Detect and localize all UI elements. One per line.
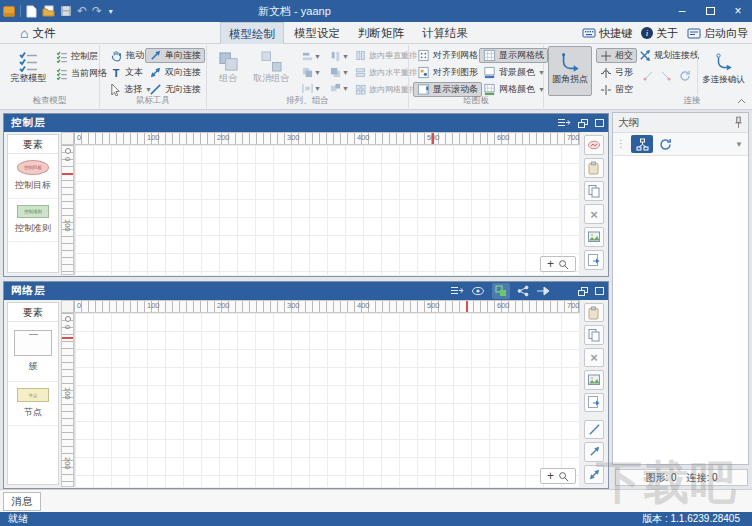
network-layer-canvas[interactable]: [74, 313, 580, 487]
open-document-icon[interactable]: [42, 5, 55, 17]
pin-icon[interactable]: [734, 116, 743, 129]
save-icon[interactable]: [60, 5, 72, 17]
control-layer-canvas[interactable]: [74, 145, 580, 275]
background-color-button[interactable]: 背景颜色 ▼: [479, 65, 549, 80]
drag-tool-button[interactable]: 拖动: [106, 48, 148, 63]
connection-endpoint-button-1[interactable]: [640, 68, 656, 84]
visibility-eye-icon[interactable]: [471, 286, 485, 296]
panel-maximize-icon[interactable]: [595, 287, 604, 295]
divider: [20, 5, 21, 17]
qat-customize-icon[interactable]: ▼: [107, 8, 114, 15]
cluster-squares-icon: [495, 285, 507, 297]
draw-arrow-button[interactable]: [584, 442, 604, 461]
check-control-layer-button[interactable]: 控制层: [52, 49, 102, 64]
align-bars-icon: [302, 51, 313, 62]
export-image-button[interactable]: [584, 393, 604, 412]
group-label: 检查模型: [0, 95, 99, 107]
canvas-toolbar: ×: [581, 300, 607, 487]
draw-line-button[interactable]: [584, 420, 604, 439]
one-way-connect-button[interactable]: 单向连接: [145, 48, 205, 63]
magnifier-icon[interactable]: [558, 471, 569, 482]
fit-image-button[interactable]: [584, 227, 604, 247]
multi-connection-confirm-button[interactable]: 多连接确认: [700, 46, 747, 96]
align-dropdown-1[interactable]: ▼: [299, 49, 324, 63]
align-dropdown-2[interactable]: ▼: [327, 49, 352, 63]
delete-button[interactable]: ×: [584, 204, 604, 224]
palette-item-control-criteria[interactable]: 控制准则 控制准则: [8, 199, 58, 242]
copy-button[interactable]: [584, 181, 604, 201]
startup-wizard-button[interactable]: 启动向导: [687, 26, 748, 41]
cluster-view-button[interactable]: [492, 283, 510, 299]
bow-button[interactable]: 弓形: [596, 65, 637, 80]
outline-tree-area[interactable]: [613, 157, 748, 464]
align-to-shape-button[interactable]: 对齐到图形: [413, 65, 482, 80]
outline-sidebar: 大纲 ⋮ ▼: [612, 112, 749, 465]
chevron-down-icon[interactable]: ▼: [735, 140, 745, 149]
palette-item-control-target[interactable]: 控制目标 控制目标: [8, 154, 58, 199]
panel-restore-icon[interactable]: [578, 287, 588, 296]
ungroup-button[interactable]: 取消组合: [248, 46, 294, 96]
magnifier-icon[interactable]: [558, 259, 569, 270]
about-button[interactable]: i 关于: [641, 26, 678, 41]
group-button[interactable]: 组合: [210, 46, 246, 96]
palette-item-node[interactable]: 节点 节点: [8, 382, 58, 426]
layer-list-icon[interactable]: [557, 117, 571, 129]
order-dropdown-2[interactable]: ▼: [327, 65, 352, 79]
go-arrow-icon[interactable]: [536, 286, 550, 296]
file-menu-button[interactable]: ⌂ 文件: [14, 22, 61, 44]
panel-maximize-icon[interactable]: [595, 119, 604, 127]
order-dropdown-1[interactable]: ▼: [299, 65, 324, 79]
element-palette: 要素 控制目标 控制目标 控制准则 控制准则: [7, 134, 59, 273]
tab-model-settings[interactable]: 模型设定: [286, 22, 348, 44]
zoom-in-button[interactable]: +: [547, 258, 554, 270]
one-way-arrow-icon: [149, 49, 162, 62]
tab-calculation-results[interactable]: 计算结果: [414, 22, 476, 44]
drag-grip-icon[interactable]: ⋮: [616, 139, 625, 149]
add-element-button[interactable]: [584, 135, 604, 155]
ruler-corner: [61, 300, 74, 313]
intersect-button[interactable]: 相交: [596, 48, 637, 63]
reroute-refresh-button[interactable]: [677, 68, 693, 84]
draw-double-arrow-button[interactable]: [584, 465, 604, 484]
checklist-icon: [18, 51, 39, 72]
two-way-connect-button[interactable]: 双向连接: [145, 65, 205, 80]
tab-judgment-matrix[interactable]: 判断矩阵: [350, 22, 412, 44]
layer-list-icon[interactable]: [450, 285, 464, 297]
fit-image-button[interactable]: [584, 370, 604, 389]
network-layer-header[interactable]: 网络层: [4, 282, 608, 300]
plan-connection-line-button[interactable]: 规划连接线: [634, 48, 703, 63]
close-button[interactable]: ×: [724, 0, 752, 22]
redo-icon[interactable]: ↷: [92, 5, 102, 17]
distribute-dropdown[interactable]: ▼: [299, 81, 324, 95]
minimize-button[interactable]: –: [668, 0, 696, 22]
outline-tree-button[interactable]: [631, 135, 653, 153]
text-tool-button[interactable]: T 文本: [106, 65, 147, 80]
zoom-in-button[interactable]: +: [547, 470, 554, 482]
show-gridlines-button[interactable]: 显示网格线: [479, 48, 548, 63]
tab-model-drawing[interactable]: 模型绘制: [220, 22, 284, 44]
share-connections-icon[interactable]: [517, 285, 529, 297]
export-image-button[interactable]: [584, 250, 604, 270]
refresh-icon[interactable]: [659, 138, 672, 151]
delete-button[interactable]: ×: [584, 348, 604, 367]
rounded-corner-button[interactable]: 圆角拐点: [548, 46, 592, 96]
paste-button[interactable]: [584, 303, 604, 322]
palette-item-cluster[interactable]: 簇: [8, 322, 58, 382]
full-model-button[interactable]: 完整模型: [5, 46, 52, 96]
gap-button[interactable]: 留空: [596, 82, 637, 97]
messages-tab[interactable]: 消息: [3, 492, 41, 511]
copy-button[interactable]: [584, 325, 604, 344]
same-size-dropdown[interactable]: ▼: [327, 81, 352, 95]
control-layer-header[interactable]: 控制层: [4, 114, 608, 132]
connection-endpoint-button-2[interactable]: [658, 68, 674, 84]
collapse-ribbon-icon[interactable]: [737, 94, 746, 106]
align-to-grid-button[interactable]: 对齐到网格: [413, 48, 482, 63]
paste-button[interactable]: [584, 158, 604, 178]
new-document-icon[interactable]: [26, 5, 37, 18]
app-icon[interactable]: [3, 6, 15, 17]
panel-restore-icon[interactable]: [578, 119, 588, 128]
maximize-button[interactable]: [696, 0, 724, 22]
undo-icon[interactable]: ↶: [77, 5, 87, 17]
checklist-icon: [56, 51, 68, 63]
shortcuts-button[interactable]: 快捷键: [582, 26, 632, 41]
